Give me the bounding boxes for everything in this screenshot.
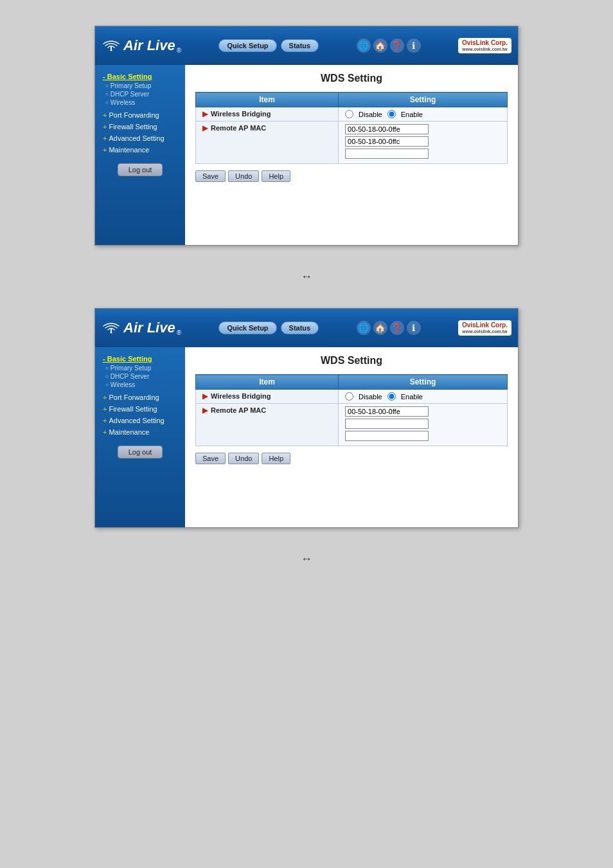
sidebar-firewall-setting-1[interactable]: Firewall Setting xyxy=(100,121,180,132)
settings-table-1: Item Setting ▶ Wireless Bridging xyxy=(195,92,508,164)
item-remote-ap-mac-1: ▶ Remote AP MAC xyxy=(196,122,339,164)
radio-enable-label-1[interactable]: Enable xyxy=(401,111,423,118)
radio-group-2: Disable Enable xyxy=(345,392,501,401)
quick-setup-btn-1[interactable]: Quick Setup xyxy=(218,39,276,52)
action-buttons-1: Save Undo Help xyxy=(195,170,508,182)
help-icon-2[interactable]: ❓ xyxy=(390,321,404,335)
table-row-remote-ap-mac-2: ▶ Remote AP MAC xyxy=(196,404,508,446)
save-btn-1[interactable]: Save xyxy=(195,170,226,182)
item-wireless-bridging-1: ▶ Wireless Bridging xyxy=(196,107,339,122)
brand-url-2: www.ovislink.com.tw xyxy=(462,329,508,334)
undo-btn-1[interactable]: Undo xyxy=(228,170,259,182)
sidebar-item-dhcp-server-2[interactable]: DHCP Server xyxy=(100,372,180,381)
panel-header-2: Air Live® Quick Setup Status 🌐 🏠 ❓ ℹ Ovi… xyxy=(95,309,518,347)
logout-btn-2[interactable]: Log out xyxy=(118,446,163,458)
brand-url-1: www.ovislink.com.tw xyxy=(462,47,508,52)
sidebar-maintenance-2[interactable]: Maintenance xyxy=(100,426,180,438)
logo-text-1: Air Live® xyxy=(123,37,181,54)
mac-input-2-2[interactable] xyxy=(345,419,429,429)
settings-table-2: Item Setting ▶ Wireless Bridging xyxy=(195,374,508,446)
setting-remote-ap-mac-2 xyxy=(339,404,508,446)
globe-icon-1[interactable]: 🌐 xyxy=(357,39,371,53)
logo-area-1: Air Live® xyxy=(102,37,181,54)
radio-disable-2[interactable] xyxy=(345,392,353,401)
sidebar-port-forwarding-2[interactable]: Port Forwarding xyxy=(100,392,180,403)
action-buttons-2: Save Undo Help xyxy=(195,453,508,464)
sidebar-basic-section-2: - Basic Setting Primary Setup DHCP Serve… xyxy=(100,354,180,389)
nav-buttons-1: Quick Setup Status xyxy=(218,39,319,52)
col-header-item-1: Item xyxy=(196,93,339,107)
sidebar-1: - Basic Setting Primary Setup DHCP Serve… xyxy=(95,65,185,245)
sidebar-item-primary-setup-1[interactable]: Primary Setup xyxy=(100,82,180,90)
globe-icon-2[interactable]: 🌐 xyxy=(357,321,371,335)
main-content-2: WDS Setting Item Setting ▶ Wireless Brid… xyxy=(185,347,518,527)
item-remote-ap-mac-2: ▶ Remote AP MAC xyxy=(196,404,339,446)
mac-input-1-2[interactable] xyxy=(345,136,429,147)
table-row-wireless-bridging-2: ▶ Wireless Bridging Disable Enable xyxy=(196,390,508,404)
home-icon-2[interactable]: 🏠 xyxy=(373,321,387,335)
mac-input-2-1[interactable] xyxy=(345,406,429,417)
sidebar-advanced-setting-2[interactable]: Advanced Setting xyxy=(100,415,180,426)
logo-text-2: Air Live® xyxy=(123,320,181,336)
help-icon-1[interactable]: ❓ xyxy=(390,39,404,53)
radio-enable-label-2[interactable]: Enable xyxy=(401,393,423,401)
home-icon-1[interactable]: 🏠 xyxy=(373,39,387,53)
quick-setup-btn-2[interactable]: Quick Setup xyxy=(218,321,276,334)
sidebar-firewall-setting-2[interactable]: Firewall Setting xyxy=(100,403,180,415)
panel-body-2: - Basic Setting Primary Setup DHCP Serve… xyxy=(95,347,518,527)
radio-disable-label-1[interactable]: Disable xyxy=(359,111,382,118)
sidebar-item-wireless-1[interactable]: Wireless xyxy=(100,98,180,107)
wireless-bridging-label-1: Wireless Bridging xyxy=(211,110,271,118)
setting-remote-ap-mac-1 xyxy=(339,122,508,164)
table-row-remote-ap-mac-1: ▶ Remote AP MAC xyxy=(196,122,508,164)
col-header-setting-2: Setting xyxy=(339,375,508,390)
sidebar-title-1: - Basic Setting xyxy=(100,71,180,82)
arrow-icon-1: ▶ xyxy=(202,110,208,118)
nav-icons-2: 🌐 🏠 ❓ ℹ xyxy=(357,321,421,335)
mac-input-1-1[interactable] xyxy=(345,124,429,134)
arrow-separator-2: ↔ xyxy=(94,547,519,571)
sidebar-port-forwarding-1[interactable]: Port Forwarding xyxy=(100,109,180,121)
brand-name-2: OvisLink Corp. xyxy=(462,321,508,329)
sidebar-maintenance-1[interactable]: Maintenance xyxy=(100,144,180,156)
page-title-1: WDS Setting xyxy=(195,73,508,84)
help-btn-1[interactable]: Help xyxy=(262,170,290,182)
status-btn-2[interactable]: Status xyxy=(281,321,319,334)
radio-enable-1[interactable] xyxy=(387,110,396,118)
mac-input-1-3[interactable] xyxy=(345,149,429,159)
sidebar-basic-section-1: - Basic Setting Primary Setup DHCP Serve… xyxy=(100,71,180,107)
brand-name-1: OvisLink Corp. xyxy=(462,39,508,47)
arrow-icon-4: ▶ xyxy=(202,406,208,414)
save-btn-2[interactable]: Save xyxy=(195,453,226,464)
page-title-2: WDS Setting xyxy=(195,355,508,366)
radio-disable-1[interactable] xyxy=(345,110,353,118)
panel-body-1: - Basic Setting Primary Setup DHCP Serve… xyxy=(95,65,518,245)
wireless-bridging-label-2: Wireless Bridging xyxy=(211,392,271,400)
logout-btn-1[interactable]: Log out xyxy=(118,163,163,176)
sidebar-item-primary-setup-2[interactable]: Primary Setup xyxy=(100,364,180,372)
main-content-1: WDS Setting Item Setting ▶ Wireless Brid… xyxy=(185,65,518,245)
sidebar-item-dhcp-server-1[interactable]: DHCP Server xyxy=(100,90,180,98)
arrow-icon-2: ▶ xyxy=(202,124,208,132)
info-icon-1[interactable]: ℹ xyxy=(407,39,421,53)
sidebar-title-2: - Basic Setting xyxy=(100,354,180,364)
undo-btn-2[interactable]: Undo xyxy=(228,453,259,464)
sidebar-item-wireless-2[interactable]: Wireless xyxy=(100,381,180,389)
router-panel-1: Air Live® Quick Setup Status 🌐 🏠 ❓ ℹ Ovi… xyxy=(94,26,519,246)
radio-disable-label-2[interactable]: Disable xyxy=(359,393,382,401)
status-btn-1[interactable]: Status xyxy=(281,39,319,52)
sidebar-2: - Basic Setting Primary Setup DHCP Serve… xyxy=(95,347,185,527)
nav-icons-1: 🌐 🏠 ❓ ℹ xyxy=(357,39,421,53)
svg-point-1 xyxy=(111,332,112,334)
col-header-setting-1: Setting xyxy=(339,93,508,107)
help-btn-2[interactable]: Help xyxy=(262,453,290,464)
radio-enable-2[interactable] xyxy=(387,392,396,401)
radio-group-1: Disable Enable xyxy=(345,110,501,118)
table-row-wireless-bridging-1: ▶ Wireless Bridging Disable Enable xyxy=(196,107,508,122)
wifi-icon-2 xyxy=(102,321,121,334)
ovislink-logo-1: OvisLink Corp. www.ovislink.com.tw xyxy=(458,38,511,53)
mac-input-2-3[interactable] xyxy=(345,431,429,441)
info-icon-2[interactable]: ℹ xyxy=(407,321,421,335)
sidebar-advanced-setting-1[interactable]: Advanced Setting xyxy=(100,132,180,144)
ovislink-logo-2: OvisLink Corp. www.ovislink.com.tw xyxy=(458,320,511,336)
